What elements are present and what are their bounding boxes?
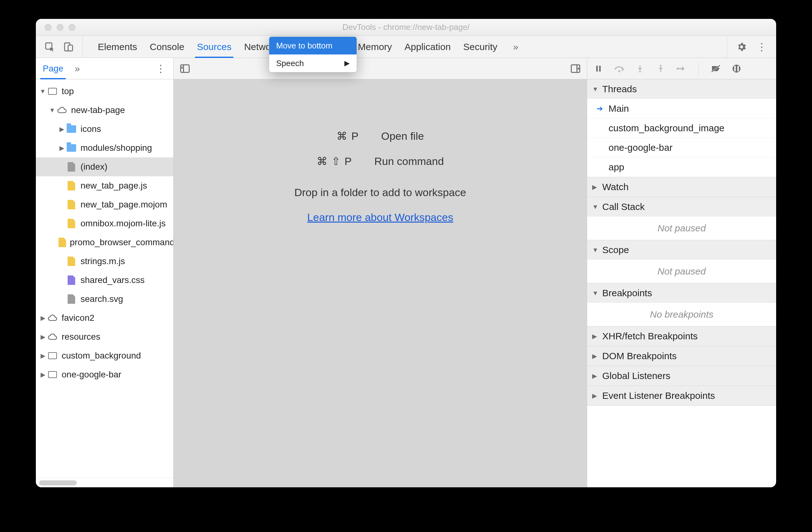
disclosure-triangle-icon: ▼ — [592, 204, 599, 211]
deactivate-breakpoints-icon[interactable] — [710, 63, 722, 74]
tree-file-omnibox[interactable]: omnibox.mojom-lite.js — [36, 214, 173, 233]
hint-run-command: ⌘ ⇧ P Run command — [317, 155, 444, 167]
tree-label: resources — [62, 332, 100, 342]
frame-icon — [47, 350, 58, 361]
section-header-scope[interactable]: ▼Scope — [587, 240, 776, 260]
file-icon — [66, 256, 77, 267]
step-over-icon[interactable] — [613, 63, 625, 74]
tree-label: custom_background — [62, 351, 141, 361]
frame-icon — [47, 86, 58, 97]
tree-file-index[interactable]: (index) — [36, 157, 173, 176]
section-scope: ▼Scope Not paused — [587, 240, 776, 283]
context-menu: Move to bottom Speech▶ — [269, 37, 357, 72]
tree-onegooglebar[interactable]: ▶one-google-bar — [36, 365, 173, 384]
file-icon — [66, 275, 77, 285]
pause-icon[interactable] — [593, 63, 604, 74]
devtools-window: DevTools - chrome://new-tab-page/ Elemen… — [36, 19, 776, 487]
tree-label: new_tab_page.mojom — [81, 199, 167, 210]
pause-on-exceptions-icon[interactable] — [731, 63, 742, 74]
tree-file-ntpmojom[interactable]: new_tab_page.mojom — [36, 195, 173, 214]
navigator-panel: Page » ⋮ ▼top ▼new-tab-page ▶icons ▶modu… — [36, 58, 174, 487]
section-header-breakpoints[interactable]: ▼Breakpoints — [587, 283, 776, 303]
tree-top[interactable]: ▼top — [36, 82, 173, 101]
disclosure-triangle-icon: ▼ — [592, 86, 599, 93]
zoom-window-icon[interactable] — [69, 24, 75, 31]
section-header-watch[interactable]: ▶Watch — [587, 177, 776, 197]
more-menu-icon[interactable]: ⋮ — [756, 41, 767, 53]
debugger-panel: ▼Threads ➔Main custom_background_image o… — [587, 58, 776, 487]
step-out-icon[interactable] — [655, 63, 666, 74]
tree-file-search[interactable]: search.svg — [36, 290, 173, 308]
thread-app[interactable]: app — [587, 157, 776, 177]
cloud-icon — [47, 332, 58, 342]
tree-file-sharedvars[interactable]: shared_vars.css — [36, 271, 173, 290]
inspect-element-icon[interactable] — [44, 41, 55, 53]
hide-debugger-icon[interactable] — [569, 62, 582, 75]
callstack-empty: Not paused — [587, 216, 776, 240]
disclosure-triangle-icon: ▶ — [592, 372, 599, 380]
close-window-icon[interactable] — [45, 24, 52, 31]
tree-file-promo[interactable]: promo_browser_command — [36, 233, 173, 252]
editor-panel: ⌘ P Open file ⌘ ⇧ P Run command Drop in … — [174, 58, 587, 487]
svg-rect-14 — [734, 66, 736, 71]
minimize-window-icon[interactable] — [57, 24, 63, 31]
disclosure-triangle-icon: ▼ — [592, 290, 599, 297]
subtab-page[interactable]: Page — [40, 58, 66, 79]
tab-elements[interactable]: Elements — [98, 36, 137, 58]
device-toggle-icon[interactable] — [63, 41, 74, 53]
tab-memory[interactable]: Memory — [358, 36, 392, 58]
section-header-event[interactable]: ▶Event Listener Breakpoints — [587, 386, 776, 405]
ctx-move-to-bottom[interactable]: Move to bottom — [269, 37, 357, 54]
tree-label: shared_vars.css — [81, 275, 145, 285]
hide-navigator-icon[interactable] — [179, 62, 191, 75]
navigator-overflow-icon[interactable]: » — [74, 63, 80, 74]
thread-one-google-bar[interactable]: one-google-bar — [587, 138, 776, 157]
svg-point-9 — [660, 65, 661, 67]
tree-file-strings[interactable]: strings.m.js — [36, 252, 173, 271]
navigator-scrollbar[interactable] — [36, 478, 173, 487]
tree-origin[interactable]: ▼new-tab-page — [36, 101, 173, 120]
section-header-xhr[interactable]: ▶XHR/fetch Breakpoints — [587, 326, 776, 346]
thread-main[interactable]: ➔Main — [587, 99, 776, 118]
svg-rect-15 — [738, 66, 739, 71]
section-header-callstack[interactable]: ▼Call Stack — [587, 197, 776, 216]
tree-custombg[interactable]: ▶custom_background — [36, 346, 173, 365]
step-into-icon[interactable] — [634, 63, 646, 74]
tab-console[interactable]: Console — [150, 36, 184, 58]
settings-icon[interactable] — [736, 41, 747, 53]
section-header-dom[interactable]: ▶DOM Breakpoints — [587, 346, 776, 366]
tree-resources[interactable]: ▶resources — [36, 327, 173, 346]
section-header-threads[interactable]: ▼Threads — [587, 79, 776, 99]
tree-label: one-google-bar — [62, 369, 121, 380]
tree-folder-modules[interactable]: ▶modules/shopping — [36, 139, 173, 157]
tree-favicon2[interactable]: ▶favicon2 — [36, 308, 173, 327]
tab-sources[interactable]: Sources — [197, 36, 231, 58]
svg-point-8 — [639, 71, 641, 72]
tree-folder-icons[interactable]: ▶icons — [36, 120, 173, 139]
learn-workspaces-link[interactable]: Learn more about Workspaces — [307, 211, 453, 224]
ctx-speech[interactable]: Speech▶ — [269, 54, 357, 72]
disclosure-triangle-icon: ▶ — [592, 333, 599, 340]
svg-rect-6 — [599, 66, 601, 71]
tree-label: (index) — [81, 162, 107, 172]
tree-label: icons — [81, 124, 101, 134]
svg-rect-5 — [596, 66, 598, 71]
frame-icon — [47, 369, 58, 380]
tabs-overflow-icon[interactable]: » — [513, 42, 518, 52]
disclosure-triangle-icon: ▶ — [592, 352, 599, 360]
section-xhr: ▶XHR/fetch Breakpoints — [587, 326, 776, 346]
traffic-lights — [45, 24, 75, 31]
thread-custom-bg[interactable]: custom_background_image — [587, 118, 776, 138]
hint-label: Run command — [374, 155, 444, 167]
tab-security[interactable]: Security — [463, 36, 497, 58]
step-icon[interactable] — [676, 63, 687, 74]
tree-label: promo_browser_command — [70, 237, 173, 248]
file-icon — [58, 237, 66, 248]
tree-file-ntpjs[interactable]: new_tab_page.js — [36, 176, 173, 195]
folder-icon — [66, 143, 77, 153]
section-header-global[interactable]: ▶Global Listeners — [587, 366, 776, 386]
navigator-more-icon[interactable]: ⋮ — [153, 62, 169, 74]
tree-label: omnibox.mojom-lite.js — [81, 219, 166, 228]
cloud-icon — [57, 105, 67, 115]
tab-application[interactable]: Application — [404, 36, 451, 58]
